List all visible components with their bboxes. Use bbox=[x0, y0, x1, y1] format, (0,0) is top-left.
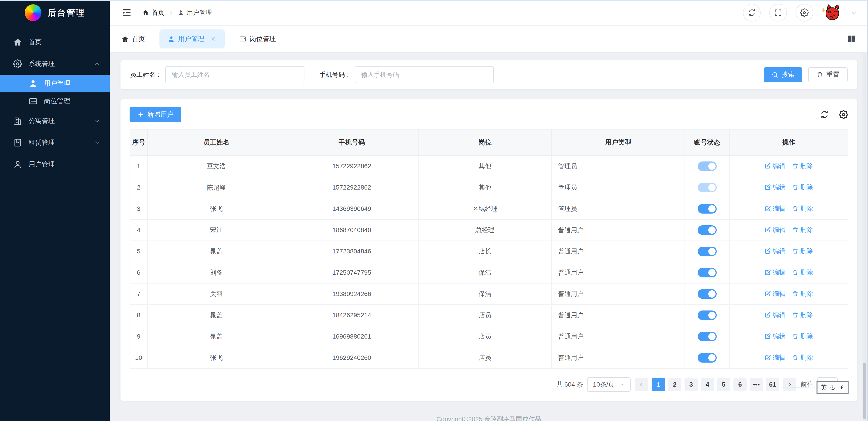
reset-button[interactable]: 重置 bbox=[808, 67, 847, 82]
tab-user-management[interactable]: 用户管理 bbox=[159, 29, 225, 48]
delete-link[interactable]: 删除 bbox=[792, 204, 813, 213]
status-toggle[interactable] bbox=[698, 161, 717, 171]
edit-icon bbox=[765, 333, 771, 339]
delete-link[interactable]: 删除 bbox=[792, 162, 813, 170]
next-page-button[interactable] bbox=[783, 378, 797, 391]
page-button-6[interactable]: 6 bbox=[734, 378, 747, 391]
page-ellipsis[interactable]: ••• bbox=[750, 378, 763, 391]
employee-name: 张飞 bbox=[148, 198, 285, 220]
sidebar-item-home[interactable]: 首页 bbox=[0, 31, 110, 53]
window-edge-right bbox=[867, 0, 868, 421]
sidebar-item-user-management[interactable]: 用户管理 bbox=[0, 75, 110, 92]
avatar[interactable] bbox=[822, 3, 842, 23]
table-row: 8晁盖18426295214店员普通用户编辑删除 bbox=[130, 304, 848, 326]
breadcrumb-home[interactable]: 首页 bbox=[142, 8, 164, 17]
status-cell bbox=[685, 198, 730, 220]
status-toggle[interactable] bbox=[698, 225, 717, 235]
actions-cell: 编辑删除 bbox=[730, 156, 848, 177]
sidebar-item-post-management[interactable]: 岗位管理 bbox=[0, 92, 110, 110]
edit-link[interactable]: 编辑 bbox=[765, 289, 785, 298]
row-index: 10 bbox=[130, 347, 148, 368]
ime-mode-label[interactable]: 英 bbox=[821, 383, 827, 392]
phone-input[interactable] bbox=[355, 66, 494, 83]
lightning-icon[interactable] bbox=[839, 385, 845, 390]
table-panel: 新增用户 序号 员工姓名 bbox=[121, 99, 857, 401]
prev-page-button[interactable] bbox=[635, 378, 648, 391]
status-toggle[interactable] bbox=[698, 183, 717, 192]
scrollbar-thumb[interactable] bbox=[863, 363, 866, 419]
menu-fold-icon[interactable] bbox=[121, 7, 132, 18]
delete-link[interactable]: 删除 bbox=[792, 311, 813, 319]
sidebar-item-system[interactable]: 系统管理 bbox=[0, 53, 110, 75]
position: 保洁 bbox=[418, 262, 552, 283]
delete-link[interactable]: 删除 bbox=[792, 332, 813, 341]
sidebar-item-lease[interactable]: 租赁管理 bbox=[0, 132, 110, 154]
actions-cell: 编辑删除 bbox=[730, 283, 848, 304]
edit-link[interactable]: 编辑 bbox=[765, 268, 785, 277]
tab-post-management[interactable]: 岗位管理 bbox=[239, 34, 276, 43]
ime-widget[interactable]: 英 bbox=[817, 381, 848, 394]
gear-icon[interactable] bbox=[839, 110, 848, 119]
edit-link[interactable]: 编辑 bbox=[765, 353, 785, 362]
edit-link[interactable]: 编辑 bbox=[765, 162, 785, 170]
actions-cell: 编辑删除 bbox=[730, 262, 848, 283]
edit-link[interactable]: 编辑 bbox=[765, 311, 785, 319]
edit-link[interactable]: 编辑 bbox=[765, 183, 785, 192]
fullscreen-icon bbox=[774, 8, 782, 17]
user-type: 管理员 bbox=[552, 156, 685, 177]
page-button-5[interactable]: 5 bbox=[717, 378, 730, 391]
delete-link[interactable]: 删除 bbox=[792, 289, 813, 298]
page-button-2[interactable]: 2 bbox=[668, 378, 681, 391]
employee-name-input[interactable] bbox=[165, 66, 304, 83]
status-toggle[interactable] bbox=[698, 204, 717, 214]
sidebar-item-apartment[interactable]: 公寓管理 bbox=[0, 110, 110, 132]
status-toggle[interactable] bbox=[698, 289, 717, 299]
position: 其他 bbox=[418, 177, 552, 198]
page-button-4[interactable]: 4 bbox=[701, 378, 714, 391]
page-button-3[interactable]: 3 bbox=[684, 378, 698, 391]
settings-button[interactable] bbox=[796, 4, 813, 22]
chevron-down-icon[interactable] bbox=[850, 9, 858, 16]
close-icon[interactable] bbox=[210, 36, 217, 42]
actions-cell: 编辑删除 bbox=[730, 347, 848, 368]
page-button-1[interactable]: 1 bbox=[652, 378, 665, 391]
delete-link[interactable]: 删除 bbox=[792, 183, 813, 192]
col-actions: 操作 bbox=[730, 129, 848, 156]
delete-link[interactable]: 删除 bbox=[792, 226, 813, 234]
table-row: 2陈超峰15722922862其他管理员编辑删除 bbox=[130, 177, 848, 198]
edit-link[interactable]: 编辑 bbox=[765, 204, 785, 213]
status-toggle[interactable] bbox=[698, 268, 717, 278]
status-toggle[interactable] bbox=[698, 353, 717, 363]
status-cell bbox=[685, 283, 730, 304]
sidebar-item-label: 租赁管理 bbox=[29, 138, 55, 147]
delete-link[interactable]: 删除 bbox=[792, 247, 813, 255]
status-toggle[interactable] bbox=[698, 311, 717, 320]
app-logo bbox=[25, 4, 41, 21]
refresh-icon[interactable] bbox=[820, 110, 829, 119]
page-button-61[interactable]: 61 bbox=[766, 378, 779, 391]
refresh-button[interactable] bbox=[743, 4, 761, 22]
grid-icon[interactable] bbox=[847, 34, 856, 43]
actions-cell: 编辑删除 bbox=[730, 198, 848, 220]
status-cell bbox=[685, 304, 730, 326]
edit-link[interactable]: 编辑 bbox=[765, 226, 785, 234]
tab-home[interactable]: 首页 bbox=[121, 34, 145, 43]
phone-label: 手机号码： bbox=[319, 70, 351, 79]
trash-icon bbox=[792, 354, 799, 361]
add-user-button[interactable]: 新增用户 bbox=[130, 107, 181, 122]
status-toggle[interactable] bbox=[698, 332, 717, 341]
page-size-select[interactable]: 10条/页 bbox=[587, 377, 630, 392]
phone-number: 19629240260 bbox=[285, 347, 418, 368]
col-name: 员工姓名 bbox=[148, 129, 285, 156]
delete-link[interactable]: 删除 bbox=[792, 268, 813, 277]
fullscreen-button[interactable] bbox=[769, 4, 787, 22]
edit-link[interactable]: 编辑 bbox=[765, 332, 785, 341]
row-index: 5 bbox=[130, 241, 148, 262]
edit-link[interactable]: 编辑 bbox=[765, 247, 785, 255]
sidebar-item-user-outline[interactable]: 用户管理 bbox=[0, 154, 110, 175]
scrollbar-track[interactable] bbox=[863, 53, 867, 421]
moon-icon[interactable] bbox=[830, 385, 836, 390]
search-button[interactable]: 搜索 bbox=[764, 67, 802, 82]
status-toggle[interactable] bbox=[698, 247, 717, 256]
delete-link[interactable]: 删除 bbox=[792, 353, 813, 362]
